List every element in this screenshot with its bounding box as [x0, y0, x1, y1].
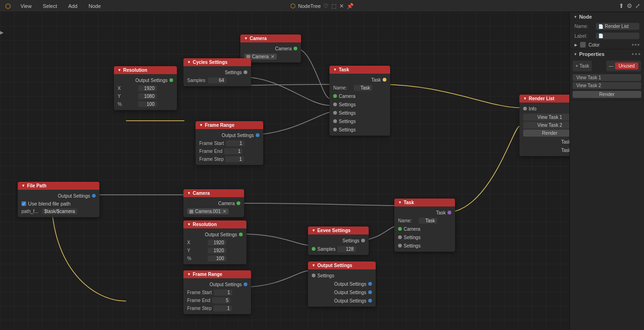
path-value[interactable]: $task/$camera [42, 208, 77, 214]
upload-icon[interactable]: ⬆ [619, 2, 624, 9]
render-btn[interactable]: Render [523, 130, 569, 137]
eevee-settings-out-socket[interactable] [361, 239, 365, 242]
output-settings-in-socket[interactable] [312, 274, 315, 277]
task-top-name-value[interactable]: Task [354, 85, 372, 91]
eevee-settings-header[interactable]: ▼ Eevee Settings [308, 227, 369, 234]
copy-icon[interactable]: ⬚ [331, 3, 336, 9]
output-settings-out-1-socket[interactable] [368, 282, 372, 286]
file-path-header[interactable]: ▼ File Path [18, 182, 99, 190]
minus-tab[interactable]: — Unused [606, 61, 641, 71]
frame-range-top-title: Frame Range [205, 123, 234, 128]
frame-range-top-out-socket[interactable] [256, 133, 259, 137]
task-bottom-header[interactable]: ▼ Task [394, 199, 455, 206]
cycles-settings-out-socket[interactable] [244, 70, 247, 74]
res-b-pct-value[interactable]: 100 [208, 255, 226, 261]
file-path-out-socket[interactable] [92, 194, 96, 198]
render-list-header[interactable]: ▼ Render List [519, 95, 569, 103]
file-path-title: File Path [27, 183, 47, 188]
close-icon[interactable]: ✕ [339, 3, 344, 9]
color-swatch[interactable] [580, 42, 586, 48]
output-settings-out-3-socket[interactable] [368, 299, 372, 302]
eevee-samples-in-socket[interactable] [312, 247, 315, 251]
expand-icon[interactable]: ⤢ [635, 2, 640, 9]
view-task-2-panel-btn[interactable]: View Task 2 [573, 82, 641, 89]
menu-select[interactable]: Select [40, 2, 60, 10]
props-tabs: + Task — Unused [570, 59, 644, 73]
unused-tab-label[interactable]: Unused [615, 62, 638, 69]
label-input[interactable]: 📄 [596, 33, 639, 39]
menu-node[interactable]: Node [86, 2, 104, 10]
res-b-x-value[interactable]: 1920 [208, 240, 226, 246]
name-input[interactable]: 📄 Render List [596, 23, 639, 30]
view-task-1-panel-btn[interactable]: View Task 1 [573, 74, 641, 81]
cycles-settings-header[interactable]: ▼ Cycles Settings [183, 58, 251, 66]
res-x-value[interactable]: 1920 [138, 85, 157, 91]
camera-in-socket[interactable] [333, 94, 337, 98]
samples-value[interactable]: 64 [208, 77, 226, 83]
collapse-icon: ▼ [523, 96, 527, 101]
task-bottom-name-value[interactable]: Task [419, 218, 437, 224]
settings-in-2-label: Settings [339, 110, 356, 116]
output-settings-out-2-socket[interactable] [368, 290, 372, 294]
render-panel-btn[interactable]: Render [573, 91, 641, 98]
name-row: Name: 📄 Render List [570, 21, 644, 31]
resolution-top-node: ▼ Resolution Output Settings X 1920 Y 10… [114, 66, 177, 110]
task-bottom-out-label: Task [436, 210, 446, 215]
task-bottom-out-socket[interactable] [448, 211, 451, 214]
settings-icon[interactable]: ⚙ [627, 2, 632, 9]
task-tab-label: Task [580, 63, 589, 69]
frame-start-b-value[interactable]: 1 [214, 289, 232, 296]
add-tab[interactable]: + Task [573, 61, 592, 71]
properties-header[interactable]: ▼ Properties [570, 49, 644, 59]
camera-001-chip[interactable]: Camera.001 ✕ [187, 208, 229, 214]
frame-end-b-value[interactable]: 5 [212, 297, 231, 303]
resolution-top-header[interactable]: ▼ Resolution [114, 66, 177, 74]
output-settings-header[interactable]: ▼ Output Settings [308, 261, 376, 269]
task-top-out-socket[interactable] [383, 78, 386, 82]
pin-icon[interactable]: 📌 [347, 3, 354, 9]
settings-b-in-1-socket[interactable] [398, 235, 402, 239]
frame-range-top-header[interactable]: ▼ Frame Range [196, 121, 263, 129]
camera-001-close[interactable]: ✕ [223, 209, 226, 214]
frame-step-b-value[interactable]: 1 [213, 305, 232, 311]
info-in-socket[interactable] [523, 107, 527, 110]
view-task-1-btn[interactable]: View Task 1 [523, 114, 569, 121]
eevee-samples-value[interactable]: 128 [337, 246, 356, 252]
task-top-header[interactable]: ▼ Task [329, 66, 390, 74]
color-label: Color [588, 42, 600, 48]
settings-in-1-socket[interactable] [333, 103, 337, 106]
frame-end-value[interactable]: 1 [224, 148, 243, 154]
frame-range-bottom-out-socket[interactable] [244, 282, 247, 286]
frame-start-value[interactable]: 1 [226, 140, 245, 146]
res-pct-value[interactable]: 100 [138, 101, 157, 107]
settings-in-3-socket[interactable] [333, 119, 337, 123]
resolution-bottom-header[interactable]: ▼ Resolution [183, 220, 246, 228]
node-section-header[interactable]: ▼ Node [570, 12, 644, 21]
frame-range-bottom-header[interactable]: ▼ Frame Range [183, 270, 251, 278]
frame-step-value[interactable]: 1 [225, 156, 244, 162]
menu-add[interactable]: Add [65, 2, 80, 10]
properties-arrow: ▼ [574, 52, 577, 56]
res-b-y-value[interactable]: 1920 [208, 248, 226, 254]
node-canvas[interactable]: ▼ Camera Camera Camera ✕ [0, 12, 569, 330]
settings-in-4-socket[interactable] [333, 128, 337, 131]
camera-b-in-socket[interactable] [398, 227, 402, 231]
resolution-top-title: Resolution [123, 68, 147, 73]
camera-top-title: Camera [250, 36, 267, 41]
view-task-2-btn[interactable]: View Task 2 [523, 122, 569, 129]
camera-bottom-header[interactable]: ▼ Camera [183, 189, 244, 197]
settings-b-in-2-socket[interactable] [398, 244, 402, 248]
resolution-top-out-socket[interactable] [169, 78, 173, 82]
output-settings-in-label: Settings [317, 273, 334, 278]
use-blend-checkbox[interactable]: ✓ [21, 201, 26, 206]
res-y-value[interactable]: 1080 [138, 93, 157, 99]
camera-out-socket[interactable] [294, 47, 297, 50]
camera-top-header[interactable]: ▼ Camera [240, 34, 301, 42]
task-bottom-node: ▼ Task Task Name: Task Camera Se [394, 199, 455, 252]
camera-bottom-out-socket[interactable] [237, 201, 240, 205]
resolution-bottom-out-socket[interactable] [239, 233, 243, 236]
settings-in-2-socket[interactable] [333, 111, 337, 115]
camera-chip-close[interactable]: ✕ [271, 54, 274, 59]
menu-view[interactable]: View [18, 2, 35, 10]
heart-icon[interactable]: ♡ [323, 3, 329, 9]
